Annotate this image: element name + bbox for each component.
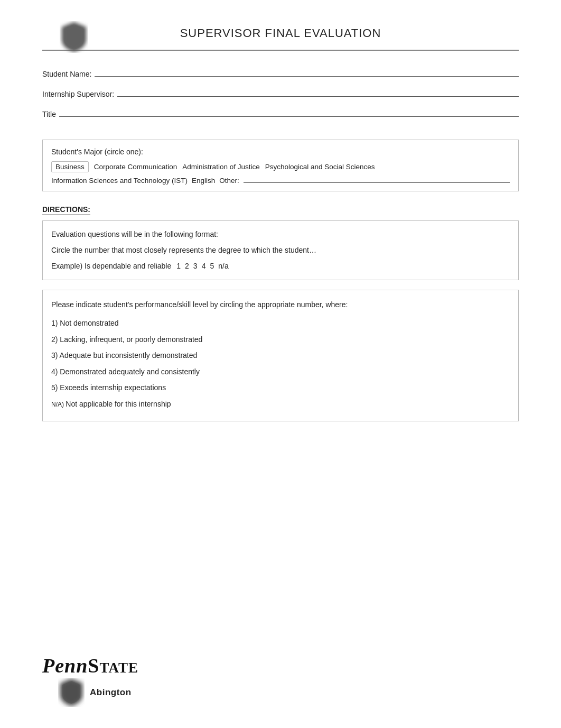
directions-info-box: Evaluation questions will be in the foll… xyxy=(42,220,519,280)
example-num-3: 3 xyxy=(193,260,198,273)
scale-text-3: Adequate but inconsistently demonstrated xyxy=(60,351,198,360)
example-num-4: 4 xyxy=(202,260,206,273)
scale-num-4: 4) xyxy=(51,367,60,376)
title-label: Title xyxy=(42,110,56,118)
form-fields: Student Name: Internship Supervisor: Tit… xyxy=(42,70,519,130)
major-option-admin-justice: Administration of Justice xyxy=(182,163,259,171)
scale-text-4: Demonstrated adequately and consistently xyxy=(60,367,200,376)
major-option-corporate-comm: Corporate Communication xyxy=(94,163,177,171)
header-logo xyxy=(42,16,106,58)
scale-item-1: 1) Not demonstrated xyxy=(51,316,510,330)
scale-text-2: Lacking, infrequent, or poorly demonstra… xyxy=(60,335,202,344)
directions-example-row: Example) Is dependable and reliable 1 2 … xyxy=(51,260,510,273)
example-label: Example) Is dependable and reliable xyxy=(51,260,171,273)
directions-line1: Evaluation questions will be in the foll… xyxy=(51,228,510,241)
scale-box: Please indicate student's performance/sk… xyxy=(42,290,519,421)
example-num-2: 2 xyxy=(185,260,189,273)
abington-text: Abington xyxy=(90,687,132,698)
header-shield-icon xyxy=(60,21,88,53)
student-name-row: Student Name: xyxy=(42,70,519,78)
scale-item-3: 3) Adequate but inconsistently demonstra… xyxy=(51,348,510,363)
example-num-na: n/a xyxy=(218,260,228,273)
major-options-row1: Business Corporate Communication Adminis… xyxy=(51,161,510,172)
major-option-psych: Psychological and Social Sciences xyxy=(265,163,375,171)
supervisor-row: Internship Supervisor: xyxy=(42,90,519,98)
major-option-other-label: Other: xyxy=(219,177,239,185)
page-title: SUPERVISOR FINAL EVALUATION xyxy=(180,26,381,40)
pennstate-wordmark: PennState xyxy=(42,656,138,676)
student-name-label: Student Name: xyxy=(42,70,91,78)
footer-shield-icon xyxy=(58,678,85,707)
major-options-row2: Information Sciences and Technology (IST… xyxy=(51,177,510,185)
supervisor-underline xyxy=(117,96,519,97)
state-text: State xyxy=(88,655,138,677)
scale-num-5: 5) xyxy=(51,383,60,392)
pennstate-logo: PennState Abington xyxy=(42,656,138,707)
page-header: SUPERVISOR FINAL EVALUATION xyxy=(42,16,519,51)
example-num-5: 5 xyxy=(210,260,214,273)
scale-item-4: 4) Demonstrated adequately and consisten… xyxy=(51,365,510,379)
supervisor-label: Internship Supervisor: xyxy=(42,90,114,98)
major-section: Student's Major (circle one): Business C… xyxy=(42,140,519,191)
directions-label: DIRECTIONS: xyxy=(42,205,90,215)
page-footer: PennState Abington xyxy=(42,634,519,707)
scale-item-na: N/A) Not applicable for this internship xyxy=(51,397,510,411)
scale-num-2: 2) xyxy=(51,335,60,344)
student-name-underline xyxy=(95,76,519,77)
scale-item-2: 2) Lacking, infrequent, or poorly demons… xyxy=(51,333,510,347)
title-row: Title xyxy=(42,110,519,118)
example-num-1: 1 xyxy=(176,260,181,273)
directions-section: DIRECTIONS: Evaluation questions will be… xyxy=(42,201,519,431)
scale-text-5: Exceeds internship expectations xyxy=(60,383,166,392)
scale-text-na: Not applicable for this internship xyxy=(66,400,171,408)
scale-item-5: 5) Exceeds internship expectations xyxy=(51,381,510,395)
major-option-english: English xyxy=(192,177,215,185)
directions-line2: Circle the number that most closely repr… xyxy=(51,244,510,257)
major-option-business: Business xyxy=(51,161,89,172)
scale-text-1: Not demonstrated xyxy=(60,319,118,327)
scale-num-na: N/A) xyxy=(51,401,66,408)
scale-num-1: 1) xyxy=(51,319,60,327)
major-other-underline xyxy=(244,182,510,183)
title-underline xyxy=(59,116,519,117)
major-section-label: Student's Major (circle one): xyxy=(51,148,510,156)
major-option-ist: Information Sciences and Technology (IST… xyxy=(51,177,188,185)
scale-intro: Please indicate student's performance/sk… xyxy=(51,298,510,312)
pennstate-subline: Abington xyxy=(58,678,132,707)
penn-text: Penn xyxy=(42,655,88,677)
example-numbers: 1 2 3 4 5 n/a xyxy=(176,260,228,273)
scale-num-3: 3) xyxy=(51,351,60,360)
